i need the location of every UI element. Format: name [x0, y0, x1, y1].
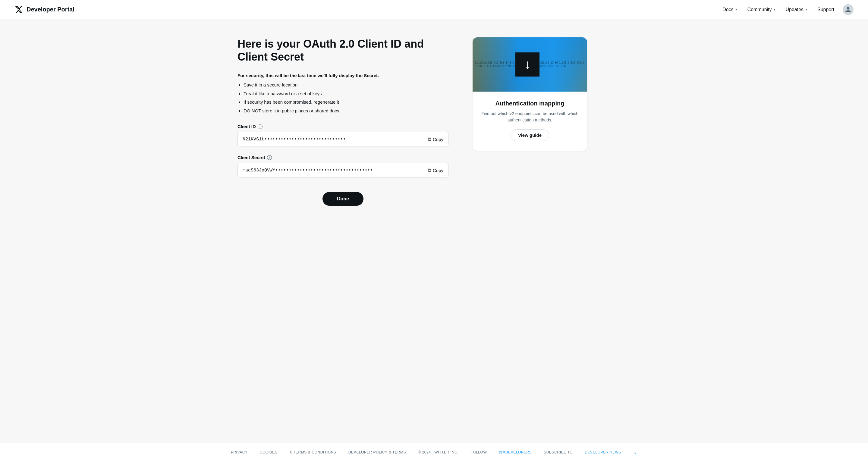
nav-updates[interactable]: Updates ▼ [782, 4, 811, 15]
auth-mapping-card: 91.250.9.380.415.391 84.3.6.9.3.588.32.7… [472, 37, 587, 151]
view-guide-button[interactable]: View guide [510, 129, 549, 141]
done-container: Done [238, 192, 448, 206]
bullet-2: Treat it like a password or a set of key… [244, 90, 448, 97]
card-description: Find out which v2 endpoints can be used … [481, 111, 579, 123]
footer-dev-policy[interactable]: DEVELOPER POLICY & TERMS [348, 450, 406, 454]
client-id-value: N21KVS1t•••••••••••••••••••••••••••••• [243, 137, 424, 142]
client-secret-info-icon[interactable]: i [267, 155, 272, 160]
client-id-label: Client ID i [238, 124, 448, 129]
bullet-3: If security has been compromised, regene… [244, 99, 448, 106]
copy-icon-secret: ⧉ [428, 167, 431, 173]
footer: PRIVACY COOKIES X TERMS & CONDITIONS DEV… [0, 443, 868, 461]
footer-terms[interactable]: X TERMS & CONDITIONS [290, 450, 336, 454]
footer-cookies[interactable]: COOKIES [260, 450, 278, 454]
header-nav: Docs ▼ Community ▼ Updates ▼ Support [719, 4, 854, 15]
bullet-4: DO NOT store it in public places or shar… [244, 107, 448, 115]
client-secret-copy-button[interactable]: ⧉ Copy [428, 167, 443, 173]
footer-xdevelopers[interactable]: @XDEVELOPERS [499, 450, 532, 454]
footer-privacy[interactable]: PRIVACY [231, 450, 248, 454]
footer-follow-label: FOLLOW [470, 450, 487, 454]
nav-community[interactable]: Community ▼ [744, 4, 780, 15]
done-button[interactable]: Done [322, 192, 364, 206]
client-id-group: Client ID i N21KVS1t••••••••••••••••••••… [238, 124, 448, 147]
docs-chevron-icon: ▼ [735, 8, 738, 11]
updates-chevron-icon: ▼ [805, 8, 808, 11]
client-secret-group: Client Secret i maeS63JoQVWY••••••••••••… [238, 155, 448, 178]
nav-support[interactable]: Support [814, 4, 838, 15]
page-heading: Here is your OAuth 2.0 Client ID and Cli… [238, 37, 448, 63]
header-left: Developer Portal [14, 5, 74, 14]
card-title: Authentication mapping [481, 100, 579, 107]
card-body: Authentication mapping Find out which v2… [472, 92, 587, 151]
main-content: Here is your OAuth 2.0 Client ID and Cli… [223, 19, 645, 443]
footer-subscribe-label: SUBSCRIBE TO [544, 450, 572, 454]
client-secret-input-row: maeS63JoQVWY••••••••••••••••••••••••••••… [238, 163, 448, 178]
user-avatar[interactable] [843, 4, 854, 15]
left-section: Here is your OAuth 2.0 Client ID and Cli… [238, 37, 448, 425]
footer-copyright: © 2024 TWITTER INC. [418, 450, 458, 454]
client-secret-label: Client Secret i [238, 155, 448, 160]
portal-title: Developer Portal [27, 6, 74, 13]
client-id-info-icon[interactable]: i [258, 124, 262, 129]
security-notice: For security, this will be the last time… [238, 73, 448, 114]
client-id-copy-button[interactable]: ⧉ Copy [428, 136, 443, 142]
right-section: 91.250.9.380.415.391 84.3.6.9.3.588.32.7… [472, 37, 587, 425]
footer-chevron-icon[interactable]: ⌄ [633, 449, 637, 455]
security-bullets: Save it in a secure location Treat it li… [238, 82, 448, 114]
header: Developer Portal Docs ▼ Community ▼ Upda… [0, 0, 868, 19]
card-image: 91.250.9.380.415.391 84.3.6.9.3.588.32.7… [472, 37, 587, 92]
community-chevron-icon: ▼ [773, 8, 776, 11]
nav-docs[interactable]: Docs ▼ [719, 4, 741, 15]
avatar-icon [845, 6, 851, 13]
client-id-input-row: N21KVS1t•••••••••••••••••••••••••••••• ⧉… [238, 132, 448, 147]
copy-icon: ⧉ [428, 136, 431, 142]
down-arrow-box: ↓ [516, 53, 539, 76]
x-logo-icon [14, 5, 23, 14]
security-bold-text: For security, this will be the last time… [238, 73, 448, 78]
down-arrow-icon: ↓ [524, 58, 531, 71]
bullet-1: Save it in a secure location [244, 82, 448, 89]
client-secret-value: maeS63JoQVWY••••••••••••••••••••••••••••… [243, 168, 424, 173]
footer-developer-news[interactable]: DEVELOPER NEWS [585, 450, 621, 454]
